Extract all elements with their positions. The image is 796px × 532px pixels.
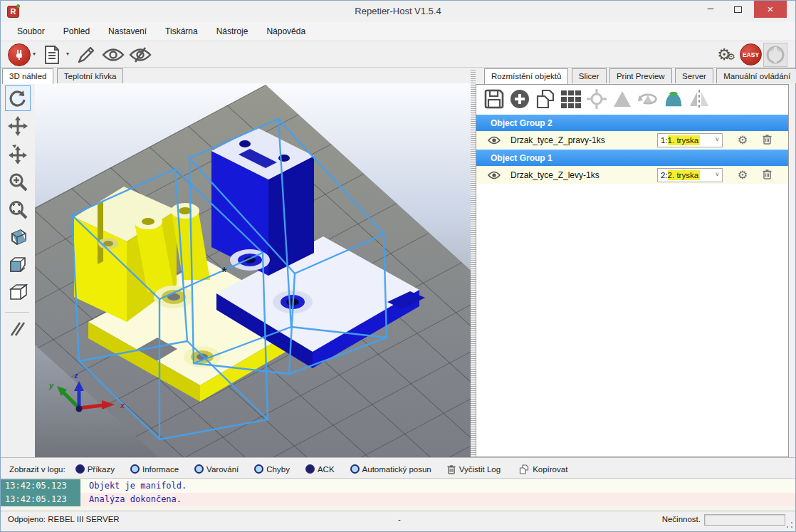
show-filament-button[interactable] xyxy=(102,43,125,66)
combo-chevron-icon: ˅ xyxy=(716,136,719,143)
menu-tiskarna[interactable]: Tiskárna xyxy=(156,22,207,41)
copy-log-button[interactable]: Kopírovat xyxy=(519,464,567,474)
toggle-autoscroll[interactable]: Automatický posun xyxy=(350,464,431,474)
visibility-eye-icon[interactable] xyxy=(488,136,501,145)
extruder-select[interactable]: 2:2. tryska ˅ xyxy=(657,168,723,182)
add-object-button[interactable] xyxy=(509,88,530,110)
clear-log-label: Vyčistit Log xyxy=(459,465,501,474)
hide-travel-button[interactable] xyxy=(129,43,152,66)
tab-print-preview[interactable]: Print Preview xyxy=(609,68,672,83)
log-row: 13:42:05.123 Analýza dokončena. xyxy=(1,493,795,506)
center-object-button[interactable] xyxy=(586,88,607,110)
menu-napoveda[interactable]: Nápověda xyxy=(257,22,315,41)
plus-circle-icon xyxy=(510,89,530,109)
zoom-fit-button[interactable] xyxy=(5,197,31,222)
toggle-label: ACK xyxy=(318,465,335,474)
autoposition-button[interactable] xyxy=(560,88,582,110)
delete-object-button[interactable] xyxy=(753,134,781,147)
view-top-button[interactable] xyxy=(5,280,31,306)
menu-nastroje[interactable]: Nástroje xyxy=(207,22,258,41)
object-row[interactable]: Drzak_tyce_Z_pravy-1ks 1:1. tryska ˅ ⚙ xyxy=(476,131,788,149)
toggle-warnings[interactable]: Varování xyxy=(194,464,239,474)
log-filter-label: Zobrazit v logu: xyxy=(9,465,66,474)
object-settings-button[interactable]: ⚙ xyxy=(733,133,753,147)
rotate-object-button[interactable] xyxy=(637,88,659,110)
object-list: Object Group 2 Drzak_tyce_Z_pravy-1ks 1:… xyxy=(476,114,788,184)
window-title: Repetier-Host V1.5.4 xyxy=(1,1,795,22)
copy-object-button[interactable] xyxy=(535,88,556,110)
move-object-button[interactable] xyxy=(5,141,31,167)
clear-log-button[interactable]: Vyčistit Log xyxy=(447,464,501,474)
scale-triangle-icon xyxy=(613,90,632,108)
delete-object-button[interactable] xyxy=(753,169,781,182)
toggle-dot-icon xyxy=(305,464,315,474)
object-placement-panel: Object Group 2 Drzak_tyce_Z_pravy-1ks 1:… xyxy=(476,84,789,457)
grid-icon xyxy=(560,88,582,110)
rotate-view-button[interactable] xyxy=(5,85,31,111)
maximize-button[interactable] xyxy=(727,1,748,18)
copy-icon xyxy=(535,89,555,109)
move-view-button[interactable] xyxy=(5,113,31,139)
load-dropdown[interactable]: ▾ xyxy=(66,51,69,57)
vertical-splitter[interactable] xyxy=(471,68,476,457)
object-group-header[interactable]: Object Group 2 xyxy=(476,114,788,131)
view-front-button[interactable] xyxy=(5,252,31,278)
minimize-button[interactable]: – xyxy=(700,1,721,18)
edit-gcode-button[interactable] xyxy=(75,43,98,66)
extruder-prefix: 1: xyxy=(661,136,668,145)
easy-label: EASY xyxy=(743,51,759,58)
progress-bar xyxy=(704,514,785,526)
tab-3d-nahled[interactable]: 3D náhled xyxy=(2,68,53,84)
zoom-in-button[interactable] xyxy=(5,169,31,194)
log-row: 13:42:05.123 Objekt je manifold. xyxy=(1,479,795,493)
toggle-projection-button[interactable] xyxy=(5,316,31,342)
menu-nastaveni[interactable]: Nastavení xyxy=(99,22,156,41)
extruder-select[interactable]: 1:1. tryska ˅ xyxy=(657,133,723,147)
toggle-commands[interactable]: Příkazy xyxy=(75,464,115,474)
easy-mode-button[interactable]: EASY xyxy=(740,43,762,66)
scene-3d: * x y z xyxy=(35,83,471,457)
zoom-in-icon xyxy=(9,172,28,192)
status-bar: Odpojeno: REBEL III SERVER - Nečinnost. xyxy=(1,511,795,529)
rotate-object-icon xyxy=(637,89,659,109)
connect-dropdown[interactable]: ▾ xyxy=(33,51,36,57)
tab-slicer[interactable]: Slicer xyxy=(572,68,607,83)
tab-server[interactable]: Server xyxy=(675,68,713,83)
emergency-stop-button[interactable] xyxy=(763,43,787,67)
toggle-ack[interactable]: ACK xyxy=(305,464,335,474)
mirror-object-button[interactable] xyxy=(688,88,710,110)
object-row[interactable]: Drzak_tyce_Z_levy-1ks 2:2. tryska ˅ ⚙ xyxy=(476,166,788,184)
printer-state: Nečinnost. xyxy=(662,515,701,523)
rotate-icon xyxy=(9,89,27,108)
cut-object-button[interactable] xyxy=(663,88,684,110)
resize-grip[interactable] xyxy=(785,521,794,529)
toggle-info[interactable]: Informace xyxy=(130,464,179,474)
copy-icon xyxy=(519,464,529,474)
toggle-label: Varování xyxy=(206,465,239,474)
toggle-errors[interactable]: Chyby xyxy=(254,464,290,474)
viewport-3d[interactable]: * x y z xyxy=(35,83,471,457)
object-settings-button[interactable]: ⚙ xyxy=(733,168,753,182)
log-view[interactable]: 13:42:05.123 Objekt je manifold. 13:42:0… xyxy=(1,479,795,511)
log-timestamp: 13:42:05.123 xyxy=(1,493,80,506)
object-group-header[interactable]: Object Group 1 xyxy=(476,149,788,166)
maximize-icon xyxy=(734,6,742,13)
toggle-label: Příkazy xyxy=(88,465,115,474)
title-bar: R Repetier-Host V1.5.4 – × xyxy=(1,1,795,22)
visibility-eye-icon[interactable] xyxy=(488,171,501,179)
printer-settings-button[interactable]: ⚙⚙ xyxy=(711,43,738,66)
connect-button[interactable] xyxy=(8,43,31,66)
menu-soubor[interactable]: Soubor xyxy=(8,22,54,41)
close-button[interactable]: × xyxy=(754,1,787,18)
view-isometric-button[interactable] xyxy=(5,224,31,250)
save-stl-button[interactable] xyxy=(483,88,505,110)
scale-object-button[interactable] xyxy=(612,88,633,110)
tab-rozmisteni-objektu[interactable]: Rozmístění objektů xyxy=(484,68,568,84)
tab-teplotni-krivka[interactable]: Teplotní křivka xyxy=(57,68,124,83)
tab-manualni-ovladani[interactable]: Manuální ovládání xyxy=(716,68,796,83)
extruder-label: 1. tryska xyxy=(668,135,700,145)
plug-icon xyxy=(13,48,26,61)
trash-icon xyxy=(447,464,456,474)
menu-pohled[interactable]: Pohled xyxy=(54,22,99,41)
load-button[interactable] xyxy=(41,43,63,66)
